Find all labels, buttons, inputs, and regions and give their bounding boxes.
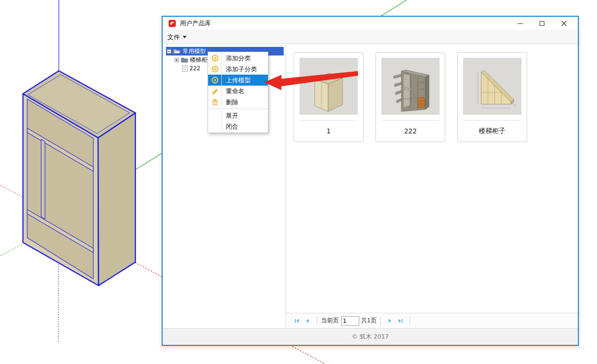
last-page-button[interactable] xyxy=(395,316,406,326)
menu-item-add-category[interactable]: 添加分类 xyxy=(208,53,268,64)
menu-item-add-subcategory[interactable]: 添加子分类 xyxy=(208,64,268,75)
prev-page-icon xyxy=(305,318,310,324)
file-menu-label: 文件 xyxy=(167,33,180,42)
minimize-button[interactable] xyxy=(509,17,531,30)
footer: © 筑木 2017 xyxy=(163,328,578,345)
first-page-button[interactable] xyxy=(292,316,302,326)
first-page-icon xyxy=(294,318,300,324)
tree-expand-icon[interactable] xyxy=(175,58,179,62)
model-card[interactable]: 楼梯柜子 xyxy=(457,52,527,142)
next-page-icon xyxy=(387,318,393,324)
title-bar[interactable]: 用户产品库 xyxy=(163,17,578,30)
current-page-input[interactable] xyxy=(341,316,359,326)
close-button[interactable] xyxy=(553,17,575,30)
trash-icon xyxy=(208,97,221,108)
circle-plus-icon xyxy=(208,75,221,86)
menu-item-collapse[interactable]: 闭合 xyxy=(208,121,268,132)
next-page-button[interactable] xyxy=(385,316,395,326)
current-page-label: 当前页 xyxy=(321,317,339,325)
maximize-icon xyxy=(540,21,544,26)
prev-page-button[interactable] xyxy=(302,316,313,326)
tree-collapse-icon[interactable] xyxy=(167,49,171,54)
folder-icon xyxy=(181,57,188,63)
total-pages-label: 共1页 xyxy=(361,317,377,325)
model-card-label: 222 xyxy=(382,120,439,142)
tree-item-label: 常用模型 xyxy=(183,47,208,55)
menu-item-expand[interactable]: 展开 xyxy=(208,110,268,121)
sketchup-logo-icon xyxy=(168,20,176,27)
model-card[interactable]: 222 xyxy=(376,52,445,142)
maximize-button[interactable] xyxy=(531,17,553,30)
model-thumbnail-cabinet xyxy=(299,58,358,115)
menu-separator xyxy=(208,109,268,109)
model-grid: 1 xyxy=(286,44,578,313)
menu-item-delete[interactable]: 删除 xyxy=(208,97,268,108)
model-card-label: 楼梯柜子 xyxy=(464,120,521,142)
menu-item-upload-model[interactable]: 上传模型 xyxy=(208,75,268,86)
menu-bar: 文件 xyxy=(163,30,578,44)
chevron-down-icon xyxy=(183,36,187,38)
wardrobe-model[interactable] xyxy=(23,71,135,286)
open-folder-icon xyxy=(173,48,181,54)
model-card[interactable]: 1 xyxy=(294,52,364,142)
model-thumbnail-stair-cabinet xyxy=(463,58,521,115)
circle-plus-icon xyxy=(208,64,221,75)
minimize-icon xyxy=(518,23,523,24)
last-page-icon xyxy=(398,318,403,324)
document-icon xyxy=(182,66,188,72)
close-icon xyxy=(561,21,567,26)
page-title: 用户产品库 xyxy=(180,19,211,28)
circle-plus-icon xyxy=(208,53,221,64)
copyright-text: © 筑木 2017 xyxy=(352,333,388,341)
model-card-label: 1 xyxy=(300,120,357,142)
tree-context-menu: 添加分类 添加子分类 上传模型 重命名 删除 展开 闭合 xyxy=(208,52,268,133)
file-menu[interactable]: 文件 xyxy=(163,31,191,44)
menu-item-rename[interactable]: 重命名 xyxy=(208,86,268,97)
tree-item-label: 222 xyxy=(189,65,202,72)
pencil-icon xyxy=(208,86,221,97)
model-thumbnail-shelving xyxy=(381,58,440,115)
pagination-bar: 当前页 共1页 xyxy=(286,313,578,328)
